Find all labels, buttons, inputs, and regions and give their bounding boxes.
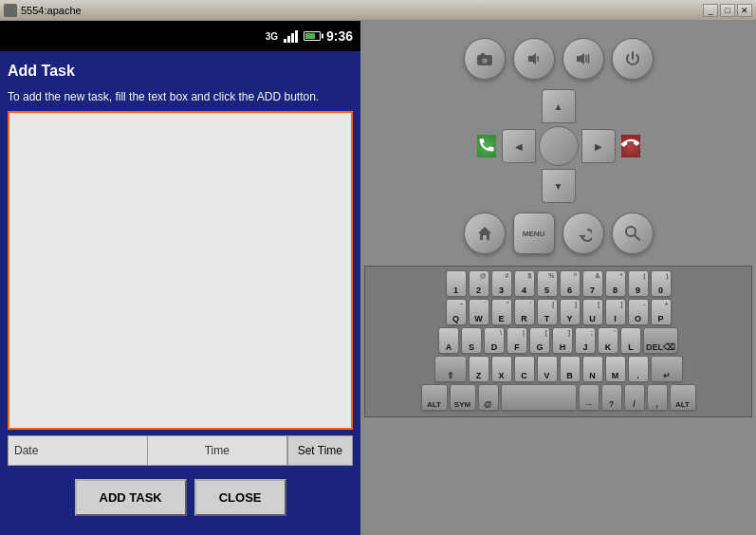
key-slash[interactable]: / — [624, 384, 645, 411]
key-shift[interactable]: ⇧ — [434, 356, 467, 382]
title-bar: 5554:apache _ □ ✕ — [0, 0, 756, 21]
keyboard-row-special: ALT SYM @ → ? / , ALT — [369, 384, 747, 411]
svg-point-1 — [481, 58, 488, 65]
keyboard-row-qwerty: ~Q `W "E 'R {T }Y [U ]I -O +P — [369, 299, 747, 325]
add-task-button[interactable]: ADD TASK — [75, 479, 187, 516]
key-del[interactable]: DEL⌫ — [643, 327, 678, 354]
home-button[interactable] — [464, 212, 506, 254]
key-u[interactable]: [U — [582, 299, 603, 325]
key-t[interactable]: {T — [537, 299, 558, 325]
dpad-up-button[interactable]: ▲ — [542, 89, 576, 123]
key-e[interactable]: "E — [491, 299, 512, 325]
title-bar-left: 5554:apache — [4, 4, 82, 17]
dpad-center-button[interactable] — [539, 126, 579, 166]
keyboard-row-asdf: A S \D |F [G ]H ;J 'K L DEL⌫ — [369, 327, 747, 354]
back-button[interactable] — [562, 212, 604, 254]
key-k[interactable]: 'K — [598, 327, 618, 354]
key-9[interactable]: (9 — [628, 270, 649, 297]
key-1[interactable]: 1 — [446, 270, 467, 297]
key-6[interactable]: ^6 — [560, 270, 581, 297]
power-button[interactable] — [612, 38, 654, 80]
key-b[interactable]: B — [560, 356, 581, 382]
key-d[interactable]: \D — [484, 327, 505, 354]
key-3[interactable]: #3 — [491, 270, 512, 297]
key-7[interactable]: &7 — [582, 270, 603, 297]
key-r[interactable]: 'R — [514, 299, 535, 325]
dpad-right-button[interactable]: ▶ — [581, 129, 616, 163]
key-p[interactable]: +P — [651, 299, 672, 325]
menu-button[interactable]: MENU — [513, 212, 555, 254]
key-0[interactable]: )0 — [651, 270, 672, 297]
key-g[interactable]: [G — [529, 327, 550, 354]
key-q[interactable]: ~Q — [446, 299, 467, 325]
key-sym[interactable]: SYM — [450, 384, 476, 411]
key-question[interactable]: ? — [601, 384, 622, 411]
window-title: 5554:apache — [21, 5, 82, 16]
status-time: 9:36 — [326, 28, 353, 44]
signal-bars — [284, 29, 298, 43]
volume-up-button[interactable] — [562, 38, 604, 80]
key-h[interactable]: ]H — [552, 327, 573, 354]
close-window-button[interactable]: ✕ — [737, 4, 752, 17]
key-at[interactable]: @ — [478, 384, 499, 411]
svg-marker-3 — [528, 53, 536, 65]
keyboard: 1 @2 #3 $4 %5 ^6 &7 *8 (9 )0 ~Q `W "E 'R… — [364, 266, 752, 417]
search-button[interactable] — [612, 212, 654, 254]
key-comma[interactable]: , — [647, 384, 668, 411]
key-8[interactable]: *8 — [605, 270, 626, 297]
svg-rect-2 — [481, 53, 485, 56]
network-indicator: 3G — [266, 31, 278, 42]
signal-bar-1 — [284, 39, 286, 43]
key-2[interactable]: @2 — [469, 270, 489, 297]
key-o[interactable]: -O — [628, 299, 649, 325]
key-y[interactable]: }Y — [560, 299, 581, 325]
key-4[interactable]: $4 — [514, 270, 535, 297]
phone-panel: 3G 9:36 Add Task To add the new task, fi… — [0, 21, 360, 535]
key-n[interactable]: N — [582, 356, 603, 382]
dpad-left-button[interactable]: ◀ — [502, 129, 536, 163]
key-alt-right[interactable]: ALT — [670, 384, 696, 411]
key-z[interactable]: Z — [469, 356, 489, 382]
app-content: Add Task To add the new task, fill the t… — [0, 51, 360, 535]
date-label: Date — [14, 444, 38, 457]
volume-down-button[interactable] — [513, 38, 555, 80]
time-field[interactable]: Time — [148, 435, 287, 466]
key-5[interactable]: %5 — [537, 270, 558, 297]
camera-button[interactable] — [464, 38, 506, 80]
key-l[interactable]: L — [620, 327, 641, 354]
main-content: 3G 9:36 Add Task To add the new task, fi… — [0, 21, 756, 535]
dpad-down-button[interactable]: ▼ — [542, 169, 576, 203]
key-x[interactable]: X — [491, 356, 512, 382]
key-v[interactable]: V — [537, 356, 558, 382]
close-button[interactable]: CLOSE — [194, 479, 286, 516]
key-m[interactable]: M — [605, 356, 626, 382]
key-w[interactable]: `W — [469, 299, 489, 325]
right-panel: ▲ ◀ ▶ ▼ MENU — [360, 21, 756, 535]
window-controls: _ □ ✕ — [703, 4, 752, 17]
end-call-button[interactable] — [621, 135, 640, 157]
keyboard-row-numbers: 1 @2 #3 $4 %5 ^6 &7 *8 (9 )0 — [369, 270, 747, 297]
key-arrow[interactable]: → — [579, 384, 599, 411]
datetime-row: Date Time Set Time — [8, 435, 353, 466]
key-space[interactable] — [501, 384, 577, 411]
key-s[interactable]: S — [461, 327, 482, 354]
key-enter[interactable]: ↵ — [651, 356, 683, 382]
key-alt-left[interactable]: ALT — [421, 384, 448, 411]
signal-bar-4 — [295, 30, 298, 43]
date-field[interactable]: Date — [8, 435, 148, 466]
key-i[interactable]: ]I — [605, 299, 626, 325]
app-icon — [4, 4, 17, 17]
maximize-button[interactable]: □ — [720, 4, 735, 17]
key-a[interactable]: A — [438, 327, 459, 354]
minimize-button[interactable]: _ — [703, 4, 718, 17]
svg-line-9 — [635, 235, 639, 240]
answer-button[interactable] — [477, 135, 496, 157]
status-bar: 3G 9:36 — [0, 21, 360, 51]
key-j[interactable]: ;J — [575, 327, 596, 354]
dpad: ▲ ◀ ▶ ▼ — [502, 89, 616, 203]
set-time-button[interactable]: Set Time — [287, 435, 353, 466]
key-period[interactable]: . — [628, 356, 649, 382]
key-c[interactable]: C — [514, 356, 535, 382]
key-f[interactable]: |F — [507, 327, 527, 354]
task-input[interactable] — [8, 111, 353, 430]
